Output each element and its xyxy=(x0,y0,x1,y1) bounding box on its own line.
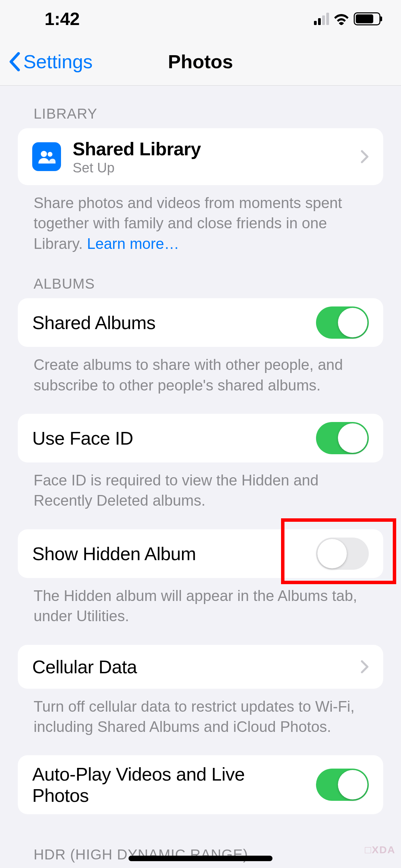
row-cellular-data[interactable]: Cellular Data xyxy=(18,645,383,689)
learn-more-link[interactable]: Learn more… xyxy=(87,235,179,252)
group-face-id: Use Face ID xyxy=(18,414,383,462)
wifi-icon xyxy=(334,13,349,25)
chevron-right-icon xyxy=(361,660,369,674)
content: LIBRARY Shared Library Set Up Share phot… xyxy=(0,86,401,868)
back-button[interactable]: Settings xyxy=(8,50,93,73)
cellular-title: Cellular Data xyxy=(32,656,349,677)
section-header-library: LIBRARY xyxy=(18,86,383,128)
row-shared-library[interactable]: Shared Library Set Up xyxy=(18,128,383,185)
shared-library-subtitle: Set Up xyxy=(73,160,349,176)
shared-albums-title: Shared Albums xyxy=(32,312,304,333)
shared-library-title: Shared Library xyxy=(73,138,349,159)
status-time: 1:42 xyxy=(45,9,80,29)
use-face-id-toggle[interactable] xyxy=(316,422,369,454)
use-face-id-footer: Face ID is required to view the Hidden a… xyxy=(18,462,383,511)
group-show-hidden: Show Hidden Album xyxy=(18,529,383,578)
people-icon xyxy=(32,142,61,171)
row-autoplay: Auto-Play Videos and Live Photos xyxy=(18,755,383,814)
cellular-footer: Turn off cellular data to restrict updat… xyxy=(18,689,383,737)
use-face-id-title: Use Face ID xyxy=(32,427,304,449)
row-use-face-id: Use Face ID xyxy=(18,414,383,462)
show-hidden-footer: The Hidden album will appear in the Albu… xyxy=(18,578,383,626)
group-library: Shared Library Set Up xyxy=(18,128,383,185)
home-indicator[interactable] xyxy=(129,856,272,861)
status-indicators xyxy=(314,12,380,25)
autoplay-title: Auto-Play Videos and Live Photos xyxy=(32,763,304,806)
svg-point-0 xyxy=(41,151,47,157)
page-title: Photos xyxy=(168,50,233,73)
group-autoplay: Auto-Play Videos and Live Photos xyxy=(18,755,383,814)
show-hidden-title: Show Hidden Album xyxy=(32,543,304,564)
battery-icon xyxy=(354,12,380,25)
shared-albums-footer: Create albums to share with other people… xyxy=(18,347,383,395)
shared-albums-toggle[interactable] xyxy=(316,306,369,339)
group-shared-albums: Shared Albums xyxy=(18,298,383,347)
status-bar: 1:42 xyxy=(0,0,401,38)
autoplay-toggle[interactable] xyxy=(316,769,369,801)
back-label: Settings xyxy=(23,50,93,73)
chevron-left-icon xyxy=(8,52,21,71)
group-cellular: Cellular Data xyxy=(18,645,383,689)
row-shared-albums: Shared Albums xyxy=(18,298,383,347)
cellular-signal-icon xyxy=(314,13,329,25)
watermark: □XDA xyxy=(365,844,396,856)
shared-library-footer: Share photos and videos from moments spe… xyxy=(18,185,383,254)
section-header-albums: ALBUMS xyxy=(18,254,383,298)
row-show-hidden-album: Show Hidden Album xyxy=(18,529,383,578)
show-hidden-toggle[interactable] xyxy=(316,538,369,570)
svg-point-1 xyxy=(48,152,52,157)
nav-bar: Settings Photos xyxy=(0,38,401,86)
chevron-right-icon xyxy=(361,150,369,164)
